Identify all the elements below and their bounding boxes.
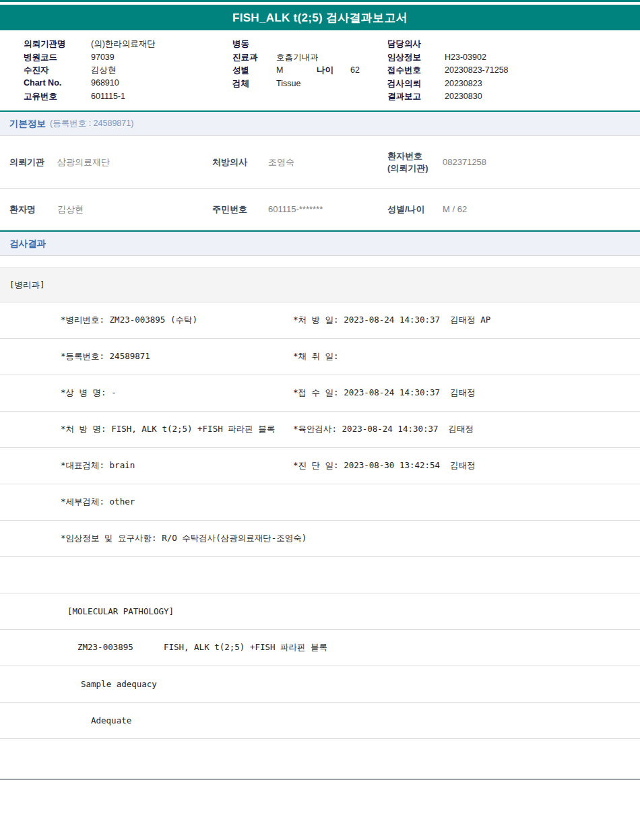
field-row-chart-no: Chart No. 968910 <box>24 78 156 92</box>
molecular-pathology-header: [MOLECULAR PATHOLOGY] <box>67 606 174 616</box>
field-value: 97039 <box>91 53 115 62</box>
basic-info-row-2: 환자명 김상현 주민번호 601115-******* 성별/나이 M / 62 <box>0 189 640 230</box>
field-value-sex: M <box>276 65 317 75</box>
basic-info-row-1: 의뢰기관 삼광의료재단 처방의사 조영숙 환자번호 (의뢰기관) 0823712… <box>0 136 640 189</box>
field-label: 주민번호 <box>212 203 268 216</box>
receipt-date: *접 수 일: 2023-08-24 14:30:37 김태정 <box>293 387 640 399</box>
top-divider <box>0 0 640 2</box>
patient-header: 의뢰기관명 (의)한라의료재단 병원코드 97039 수진자 김상현 Chart… <box>0 30 640 110</box>
patient-header-col-right: 담당의사 임상정보 H23-03902 접수번호 20230823-71258 … <box>387 38 509 104</box>
field-label: 의뢰기관명 <box>24 38 91 50</box>
field-label: 진료과 <box>232 52 276 63</box>
field-value: H23-03902 <box>445 53 486 62</box>
field-value: 호흡기내과 <box>276 52 319 63</box>
result-detail-row: *병리번호: ZM23-003895 (수탁) *처 방 일: 2023-08-… <box>0 302 640 339</box>
field-value: 20230823-71258 <box>445 65 509 75</box>
report-title-bar: FISH_ALK t(2;5) 검사결과보고서 <box>0 5 640 30</box>
sample-adequacy-label: Sample adequacy <box>81 679 157 689</box>
field-label: 고유번호 <box>24 91 91 102</box>
order-date: *처 방 일: 2023-08-24 14:30:37 김태정 AP <box>293 315 640 326</box>
field-label: 임상정보 <box>387 52 445 63</box>
basic-info-section-header: 기본정보 (등록번호 : 24589871) <box>0 112 640 136</box>
field-label-line2: (의뢰기관) <box>387 163 428 173</box>
result-detail-row: *등록번호: 24589871 *채 취 일: <box>0 339 640 375</box>
field-label-line1: 환자번호 <box>387 151 422 161</box>
field-value-age: 62 <box>350 65 360 75</box>
disease-name: *상 병 명: - <box>61 387 293 399</box>
sub-specimen: *세부검체: other <box>61 496 293 508</box>
field-label: 의뢰기관 <box>9 156 57 168</box>
department-label: [병리과] <box>9 280 45 291</box>
field-label: 병원코드 <box>24 52 91 63</box>
field-label: 환자명 <box>9 203 57 216</box>
field-row-report-date: 결과보고 20230830 <box>387 91 509 104</box>
department-band: [병리과] <box>0 267 640 302</box>
field-label: 검사의뢰 <box>387 78 445 90</box>
field-value: 김상현 <box>91 65 117 76</box>
field-value: 조영숙 <box>268 156 387 168</box>
field-value: 082371258 <box>443 157 640 167</box>
field-label: 성별/나이 <box>387 203 443 216</box>
field-value: 삼광의료재단 <box>57 156 212 168</box>
field-row-department: 진료과 호흡기내과 <box>232 52 360 65</box>
field-label: 성별 <box>232 65 276 76</box>
field-label: 병동 <box>232 38 276 50</box>
report-page: FISH_ALK t(2;5) 검사결과보고서 의뢰기관명 (의)한라의료재단 … <box>0 0 640 840</box>
field-label-patient-no: 환자번호 (의뢰기관) <box>387 150 443 174</box>
field-value: 601115-1 <box>91 92 125 101</box>
field-value: 601115-******* <box>268 204 387 214</box>
adequacy-value: Adequate <box>91 715 131 725</box>
field-label: 수진자 <box>24 65 91 76</box>
field-value: Tissue <box>276 79 300 88</box>
bottom-divider <box>0 779 640 780</box>
field-label: 결과보고 <box>387 91 445 102</box>
field-label: 검체 <box>232 78 276 90</box>
registration-no: *등록번호: 24589871 <box>61 351 293 362</box>
results-section-header: 검사결과 <box>0 232 640 256</box>
basic-info-registration-no: (등록번호 : 24589871) <box>50 118 133 129</box>
field-value: 김상현 <box>57 203 212 216</box>
field-value: 20230830 <box>445 92 482 101</box>
results-title: 검사결과 <box>9 238 46 250</box>
result-detail-row: *처 방 명: FISH, ALK t(2;5) +FISH 파라핀 블록 *육… <box>0 412 640 448</box>
order-name: *처 방 명: FISH, ALK t(2;5) +FISH 파라핀 블록 <box>61 424 293 435</box>
field-label-age: 나이 <box>317 65 350 76</box>
result-detail-row: *임상정보 및 요구사항: R/O 수탁검사(삼광의료재단-조영숙) <box>0 521 640 557</box>
field-row-ward: 병동 <box>232 38 360 52</box>
patient-header-col-left: 의뢰기관명 (의)한라의료재단 병원코드 97039 수진자 김상현 Chart… <box>24 38 156 104</box>
patient-header-col-middle: 병동 진료과 호흡기내과 성별 M 나이 62 검체 Tissue <box>232 38 360 91</box>
sample-adequacy-row: Sample adequacy <box>0 666 640 703</box>
field-row-request-date: 검사의뢰 20230823 <box>387 78 509 92</box>
field-row-unique-no: 고유번호 601115-1 <box>24 91 156 104</box>
result-detail-row: *세부검체: other <box>0 484 640 521</box>
field-row-sex-age: 성별 M 나이 62 <box>232 65 360 78</box>
field-value: 20230823 <box>445 79 482 88</box>
field-value: M / 62 <box>443 204 640 214</box>
diagnosis-date: *진 단 일: 2023-08-30 13:42:54 김태정 <box>293 460 640 472</box>
adequacy-value-row: Adequate <box>0 703 640 739</box>
field-row-receipt-no: 접수번호 20230823-71258 <box>387 65 509 78</box>
clinical-info-request: *임상정보 및 요구사항: R/O 수탁검사(삼광의료재단-조영숙) <box>61 533 307 544</box>
report-title: FISH_ALK t(2;5) 검사결과보고서 <box>232 10 408 26</box>
basic-info-title: 기본정보 <box>9 118 46 130</box>
field-value: (의)한라의료재단 <box>91 38 156 50</box>
molecular-pathology-header-row: [MOLECULAR PATHOLOGY] <box>0 593 640 630</box>
collection-date: *채 취 일: <box>293 351 640 362</box>
field-label: Chart No. <box>24 78 91 88</box>
molecular-order-line: ZM23-003895 FISH, ALK t(2;5) +FISH 파라핀 블… <box>77 642 327 653</box>
field-value: 968910 <box>91 78 119 88</box>
pathology-no: *병리번호: ZM23-003895 (수탁) <box>61 315 293 326</box>
field-row-specimen: 검체 Tissue <box>232 78 360 92</box>
field-row-hospital-code: 병원코드 97039 <box>24 52 156 65</box>
field-row-requesting-org: 의뢰기관명 (의)한라의료재단 <box>24 38 156 52</box>
result-detail-row: *상 병 명: - *접 수 일: 2023-08-24 14:30:37 김태… <box>0 375 640 412</box>
result-detail-row: *대표검체: brain *진 단 일: 2023-08-30 13:42:54… <box>0 448 640 484</box>
field-row-doctor: 담당의사 <box>387 38 509 52</box>
field-label: 처방의사 <box>212 156 268 168</box>
field-label: 담당의사 <box>387 38 445 50</box>
main-specimen: *대표검체: brain <box>61 460 293 472</box>
spacer <box>0 256 640 267</box>
field-row-clinical-info: 임상정보 H23-03902 <box>387 52 509 65</box>
field-label: 접수번호 <box>387 65 445 76</box>
empty-row <box>0 557 640 593</box>
